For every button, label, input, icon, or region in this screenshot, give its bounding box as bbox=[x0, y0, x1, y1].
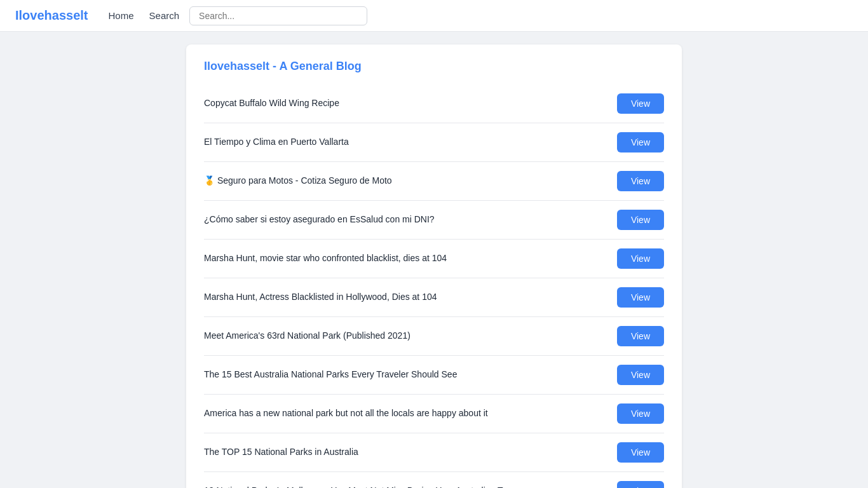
item-title: The 15 Best Australia National Parks Eve… bbox=[204, 369, 617, 381]
table-row: The 15 Best Australia National Parks Eve… bbox=[204, 356, 664, 395]
item-title: El Tiempo y Clima en Puerto Vallarta bbox=[204, 136, 617, 149]
navbar-link-home[interactable]: Home bbox=[109, 10, 134, 21]
view-button[interactable]: View bbox=[617, 171, 664, 191]
navbar-links: Home Search bbox=[109, 10, 180, 21]
view-button[interactable]: View bbox=[617, 442, 664, 463]
item-title: 🥇 Seguro para Motos - Cotiza Seguro de M… bbox=[204, 175, 617, 187]
view-button[interactable]: View bbox=[617, 93, 664, 114]
table-row: El Tiempo y Clima en Puerto VallartaView bbox=[204, 123, 664, 162]
item-title: ¿Cómo saber si estoy asegurado en EsSalu… bbox=[204, 214, 617, 226]
items-list: Copycat Buffalo Wild Wing RecipeViewEl T… bbox=[204, 85, 664, 488]
view-button[interactable]: View bbox=[617, 132, 664, 152]
view-button[interactable]: View bbox=[617, 403, 664, 424]
table-row: The TOP 15 National Parks in AustraliaVi… bbox=[204, 433, 664, 472]
item-title: The TOP 15 National Parks in Australia bbox=[204, 446, 617, 459]
table-row: America has a new national park but not … bbox=[204, 395, 664, 433]
item-title: Marsha Hunt, movie star who confronted b… bbox=[204, 252, 617, 265]
table-row: Meet America's 63rd National Park (Publi… bbox=[204, 317, 664, 356]
item-title: Marsha Hunt, Actress Blacklisted in Holl… bbox=[204, 291, 617, 304]
table-row: 🥇 Seguro para Motos - Cotiza Seguro de M… bbox=[204, 162, 664, 201]
card-title: Ilovehasselt - A General Blog bbox=[204, 60, 664, 73]
view-button[interactable]: View bbox=[617, 365, 664, 385]
item-title: America has a new national park but not … bbox=[204, 407, 617, 420]
table-row: Marsha Hunt, Actress Blacklisted in Holl… bbox=[204, 278, 664, 317]
view-button[interactable]: View bbox=[617, 287, 664, 308]
table-row: Copycat Buffalo Wild Wing RecipeView bbox=[204, 85, 664, 123]
item-title: Copycat Buffalo Wild Wing Recipe bbox=[204, 97, 617, 110]
search-input[interactable] bbox=[189, 6, 367, 25]
table-row: Marsha Hunt, movie star who confronted b… bbox=[204, 240, 664, 278]
content-card: Ilovehasselt - A General Blog Copycat Bu… bbox=[186, 44, 682, 488]
navbar: Ilovehasselt Home Search bbox=[0, 0, 868, 32]
view-button[interactable]: View bbox=[617, 210, 664, 230]
item-title: Meet America's 63rd National Park (Publi… bbox=[204, 330, 617, 342]
item-title: 12 National Parks In Melbourne You Must … bbox=[204, 485, 617, 488]
navbar-brand[interactable]: Ilovehasselt bbox=[15, 8, 88, 23]
view-button[interactable]: View bbox=[617, 481, 664, 488]
table-row: ¿Cómo saber si estoy asegurado en EsSalu… bbox=[204, 201, 664, 240]
table-row: 12 National Parks In Melbourne You Must … bbox=[204, 472, 664, 488]
navbar-link-search[interactable]: Search bbox=[149, 10, 180, 21]
view-button[interactable]: View bbox=[617, 248, 664, 269]
view-button[interactable]: View bbox=[617, 326, 664, 346]
page-wrapper: Ilovehasselt - A General Blog Copycat Bu… bbox=[0, 32, 868, 488]
